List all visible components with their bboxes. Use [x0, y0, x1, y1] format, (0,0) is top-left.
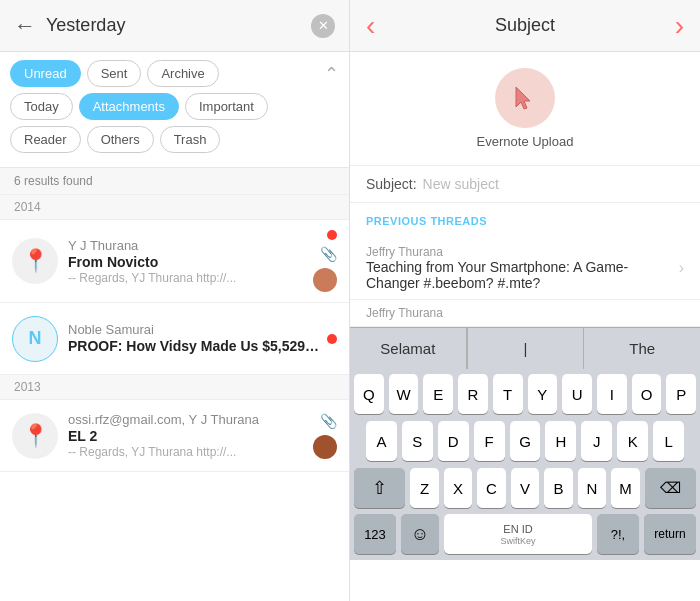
pred-selamat[interactable]: Selamat — [350, 328, 467, 369]
keyboard-row-2: A S D F G H J K L — [350, 416, 700, 463]
email-item[interactable]: N Noble Samurai PROOF: How Vidsy Made Us… — [0, 303, 349, 375]
subject-field[interactable]: Subject: New subject — [350, 166, 700, 203]
chip-today[interactable]: Today — [10, 93, 73, 120]
key-z[interactable]: Z — [410, 468, 438, 508]
chip-reader[interactable]: Reader — [10, 126, 81, 153]
key-emoji[interactable]: ☺ — [401, 514, 439, 554]
email-subject: PROOF: How Vidsy Made Us $5,529 In 90 Mi… — [68, 338, 321, 354]
compose-area: Evernote Upload — [350, 52, 700, 166]
chip-attachments[interactable]: Attachments — [79, 93, 179, 120]
left-nav-arrow[interactable]: ‹ — [366, 10, 375, 42]
key-return[interactable]: return — [644, 514, 696, 554]
previous-threads-header: PREVIOUS THREADS — [350, 203, 700, 237]
key-n[interactable]: N — [578, 468, 606, 508]
close-button[interactable]: ✕ — [311, 14, 335, 38]
email-item[interactable]: 📍 ossi.rfz@gmail.com, Y J Thurana EL 2 -… — [0, 400, 349, 472]
key-v[interactable]: V — [511, 468, 539, 508]
back-arrow-icon[interactable]: ← — [14, 13, 36, 39]
key-j[interactable]: J — [581, 421, 612, 461]
swiftkey-brand: SwiftKey — [500, 536, 535, 546]
key-f[interactable]: F — [474, 421, 505, 461]
key-i[interactable]: I — [597, 374, 627, 414]
email-subject: From Novicto — [68, 254, 307, 270]
key-l[interactable]: L — [653, 421, 684, 461]
right-panel: ‹ Subject › Evernote Upload Subject: New… — [350, 0, 700, 601]
chip-row-2: Today Attachments Important — [10, 93, 339, 120]
year-header-2014: 2014 — [0, 195, 349, 220]
email-sender: ossi.rfz@gmail.com, Y J Thurana — [68, 412, 307, 427]
key-d[interactable]: D — [438, 421, 469, 461]
email-sender: Y J Thurana — [68, 238, 307, 253]
user-avatar-small — [313, 435, 337, 459]
key-backspace[interactable]: ⌫ — [645, 468, 696, 508]
chip-sent[interactable]: Sent — [87, 60, 142, 87]
subject-value: New subject — [423, 176, 499, 192]
email-preview: -- Regards, YJ Thurana http://... — [68, 445, 307, 459]
key-w[interactable]: W — [389, 374, 419, 414]
pred-the[interactable]: The — [584, 328, 700, 369]
right-nav-arrow[interactable]: › — [675, 10, 684, 42]
svg-marker-0 — [516, 87, 530, 109]
key-k[interactable]: K — [617, 421, 648, 461]
chip-archive[interactable]: Archive — [147, 60, 218, 87]
key-shift[interactable]: ⇧ — [354, 468, 405, 508]
evernote-svg — [510, 83, 540, 113]
key-u[interactable]: U — [562, 374, 592, 414]
chip-others[interactable]: Others — [87, 126, 154, 153]
chip-trash[interactable]: Trash — [160, 126, 221, 153]
key-r[interactable]: R — [458, 374, 488, 414]
key-t[interactable]: T — [493, 374, 523, 414]
evernote-icon — [495, 68, 555, 128]
key-q[interactable]: Q — [354, 374, 384, 414]
key-e[interactable]: E — [423, 374, 453, 414]
keyboard-row-4: 123 ☺ EN ID SwiftKey ?!, return — [350, 510, 700, 560]
key-h[interactable]: H — [545, 421, 576, 461]
chip-row-3: Reader Others Trash — [10, 126, 339, 153]
filter-chips: Unread Sent Archive ⌃ Today Attachments … — [0, 52, 349, 168]
key-space[interactable]: EN ID SwiftKey — [444, 514, 592, 554]
year-header-2013: 2013 — [0, 375, 349, 400]
email-body: Noble Samurai PROOF: How Vidsy Made Us $… — [68, 322, 321, 355]
yesterday-title: Yesterday — [46, 15, 311, 36]
partial-thread: Jeffry Thurana — [350, 300, 700, 327]
key-123[interactable]: 123 — [354, 514, 396, 554]
key-a[interactable]: A — [366, 421, 397, 461]
subject-label: Subject: — [366, 176, 417, 192]
n-initial: N — [29, 328, 42, 349]
predictive-bar: Selamat | The — [350, 327, 700, 369]
thread-subject: Teaching from Your Smartphone: A Game-Ch… — [366, 259, 679, 291]
email-list: 2014 📍 Y J Thurana From Novicto -- Regar… — [0, 195, 349, 601]
email-body: Y J Thurana From Novicto -- Regards, YJ … — [68, 238, 307, 285]
chevron-up-icon[interactable]: ⌃ — [324, 63, 339, 85]
email-subject: EL 2 — [68, 428, 307, 444]
key-x[interactable]: X — [444, 468, 472, 508]
key-y[interactable]: Y — [528, 374, 558, 414]
chip-important[interactable]: Important — [185, 93, 268, 120]
email-item[interactable]: 📍 Y J Thurana From Novicto -- Regards, Y… — [0, 220, 349, 303]
email-meta — [327, 334, 337, 344]
key-m[interactable]: M — [611, 468, 639, 508]
lang-label: EN ID — [503, 523, 532, 535]
attachment-icon: 📎 — [320, 246, 337, 262]
key-p[interactable]: P — [666, 374, 696, 414]
evernote-label: Evernote Upload — [477, 134, 574, 149]
attachment-icon: 📎 — [320, 413, 337, 429]
avatar: N — [12, 316, 58, 362]
left-header: ← Yesterday ✕ — [0, 0, 349, 52]
pred-cursor: | — [467, 328, 585, 369]
chip-unread[interactable]: Unread — [10, 60, 81, 87]
partial-thread-sender: Jeffry Thurana — [366, 306, 684, 320]
key-c[interactable]: C — [477, 468, 505, 508]
keyboard-row-1: Q W E R T Y U I O P — [350, 369, 700, 416]
thread-info: Jeffry Thurana Teaching from Your Smartp… — [366, 245, 679, 291]
key-g[interactable]: G — [510, 421, 541, 461]
key-b[interactable]: B — [544, 468, 572, 508]
key-s[interactable]: S — [402, 421, 433, 461]
avatar: 📍 — [12, 238, 58, 284]
results-info: 6 results found — [0, 168, 349, 195]
thread-item[interactable]: Jeffry Thurana Teaching from Your Smartp… — [350, 237, 700, 300]
keyboard: Q W E R T Y U I O P A S D F G H J K L ⇧ … — [350, 369, 700, 560]
thread-chevron-icon: › — [679, 259, 684, 277]
key-o[interactable]: O — [632, 374, 662, 414]
key-punctuation[interactable]: ?!, — [597, 514, 639, 554]
